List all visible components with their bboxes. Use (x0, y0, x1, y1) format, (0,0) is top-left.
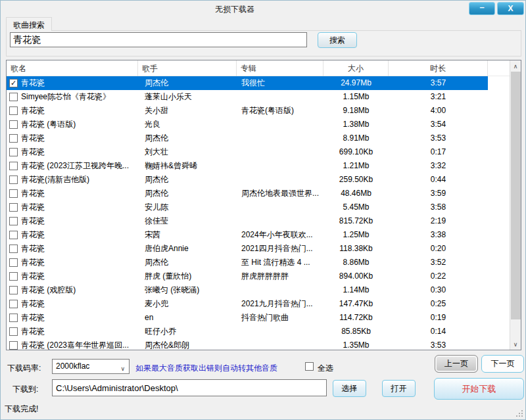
search-input[interactable] (10, 32, 307, 47)
duration: 0:44 (389, 173, 488, 187)
column-header-artist[interactable]: 歌手 (138, 60, 237, 76)
column-header-duration[interactable]: 时长 (389, 60, 488, 76)
table-row[interactable]: 青花瓷周杰伦我很忙24.97Mb3:57 (7, 76, 488, 90)
row-checkbox[interactable] (9, 162, 18, 170)
row-checkbox[interactable] (9, 272, 18, 281)
song-name: 青花瓷 (21, 311, 45, 325)
duration: 3:53 (389, 131, 488, 145)
song-name: 青花瓷 (21, 76, 45, 90)
bitrate-select[interactable]: 2000kflac ∨ (52, 359, 130, 374)
table-row[interactable]: 青花瓷刘大壮699.10Kb0:17 (7, 145, 488, 159)
duration: 3:58 (389, 200, 488, 214)
vertical-scrollbar[interactable]: ∧ ∨ (510, 60, 521, 350)
row-checkbox[interactable] (9, 300, 18, 308)
close-button[interactable]: X (497, 2, 524, 15)
file-size: 259.50Kb (323, 173, 389, 187)
song-name: 青花瓷 (21, 228, 45, 242)
duration: 3:53 (389, 338, 488, 350)
row-checkbox[interactable] (9, 189, 18, 198)
row-checkbox[interactable] (9, 93, 18, 101)
song-name: 青花瓷 (21, 145, 45, 159)
duration: 3:59 (389, 187, 488, 200)
column-header-song[interactable]: 歌名 (7, 60, 138, 76)
album (237, 159, 323, 173)
tab-song-search[interactable]: 歌曲搜索 (6, 17, 52, 31)
destination-input[interactable] (52, 379, 327, 396)
row-checkbox[interactable] (9, 258, 18, 267)
album (237, 173, 323, 187)
row-checkbox[interactable] (9, 231, 18, 239)
file-size: 48.46Mb (323, 187, 389, 200)
destination-label: 下载到: (12, 384, 38, 395)
song-name: 青花瓷 (21, 104, 45, 118)
duration: 3:52 (389, 256, 488, 269)
table-row[interactable]: 青花瓷周杰伦8.91Mb3:53 (7, 131, 488, 145)
table-row[interactable]: 青花瓷唐伯虎Annie2021四月抖音热门...118.38Kb0:20 (7, 242, 488, 256)
table-row[interactable]: 青花瓷en抖音热门歌曲114.72Kb0:19 (7, 311, 488, 325)
file-size: 5.45Mb (323, 200, 389, 214)
row-checkbox[interactable] (9, 79, 18, 87)
table-row[interactable]: 青花瓷旺仔小乔85.85Kb0:14 (7, 325, 488, 338)
row-checkbox[interactable] (9, 314, 18, 322)
table-body: 青花瓷周杰伦我很忙24.97Mb3:57Simyee陈芯怡《青花瓷》蓬莱山小乐天… (7, 76, 488, 350)
open-folder-button[interactable]: 打开 (382, 380, 416, 397)
column-header-spacer (488, 60, 510, 76)
table-row[interactable]: 青花瓷 (戏腔版)张曦匀 (张晓涵)1.14Mb0:30 (7, 283, 488, 297)
search-button[interactable]: 搜索 (318, 32, 357, 48)
row-checkbox[interactable] (9, 175, 18, 184)
table-row[interactable]: 青花瓷徐佳莹815.72Kb2:19 (7, 214, 488, 228)
table-row[interactable]: 青花瓷周杰伦周杰伦地表最强世界...48.46Mb3:59 (7, 187, 488, 200)
resize-grip[interactable] (521, 415, 523, 417)
choose-folder-button[interactable]: 选择 (333, 380, 366, 397)
table-row[interactable]: 青花瓷周杰伦至 Hit 流行精选 4 ...8.86Mb3:52 (7, 256, 488, 269)
artist: 周杰伦 (138, 173, 237, 187)
duration: 0:20 (389, 242, 488, 256)
scrollbar-thumb[interactable] (511, 72, 521, 319)
duration: 3:38 (389, 228, 488, 242)
scroll-up-icon[interactable]: ∧ (510, 60, 521, 72)
column-header-album[interactable]: 专辑 (237, 60, 323, 76)
quality-hint-text: 如果最大音质获取出错则自动转其他音质 (135, 363, 277, 374)
album (237, 118, 323, 131)
table-row[interactable]: 青花瓷 (2023江苏卫视跨年晚...鞠婧祎&曾舜晞1.21Mb3:32 (7, 159, 488, 173)
artist: 周杰伦 (138, 76, 237, 90)
row-checkbox[interactable] (9, 245, 18, 253)
table-row[interactable]: 青花瓷(清新吉他版)周杰伦259.50Kb0:44 (7, 173, 488, 187)
row-checkbox[interactable] (9, 134, 18, 143)
table-row[interactable]: 青花瓷 (2023嘉年华世界巡回...周杰伦&郎朗1.35Mb3:53 (7, 338, 488, 350)
row-checkbox[interactable] (9, 106, 18, 115)
album (237, 131, 323, 145)
file-size: 815.72Kb (323, 214, 389, 228)
file-size: 8.86Mb (323, 256, 389, 269)
row-checkbox[interactable] (9, 341, 18, 350)
song-name: 青花瓷 (21, 297, 45, 311)
table-row[interactable]: 青花瓷关小甜青花瓷(粤语版)9.18Mb4:00 (7, 104, 488, 118)
scroll-down-icon[interactable]: ∨ (510, 338, 521, 350)
row-checkbox[interactable] (9, 120, 18, 129)
table-row[interactable]: 青花瓷胖虎 (董欣怡)胖虎胖胖胖胖894.00Kb0:22 (7, 269, 488, 283)
minimize-button[interactable]: – (469, 2, 495, 15)
table-row[interactable]: 青花瓷麦小兜2021九月抖音热门...147.47Kb0:25 (7, 297, 488, 311)
row-checkbox[interactable] (9, 286, 18, 294)
file-size: 1.25Mb (323, 228, 389, 242)
start-download-button[interactable]: 开始下载 (434, 378, 524, 400)
album: 抖音热门歌曲 (237, 311, 323, 325)
column-header-size[interactable]: 大小 (323, 60, 389, 76)
file-size: 9.18Mb (323, 104, 389, 118)
next-page-button[interactable]: 下一页 (481, 355, 524, 373)
file-size: 118.38Kb (323, 242, 389, 256)
song-name: 青花瓷 (2023嘉年华世界巡回... (21, 338, 129, 350)
row-checkbox[interactable] (9, 327, 18, 336)
prev-page-button[interactable]: 上一页 (435, 355, 478, 373)
table-row[interactable]: 青花瓷 (粤语版)光良1.38Mb3:54 (7, 118, 488, 131)
table-row[interactable]: Simyee陈芯怡《青花瓷》蓬莱山小乐天1.15Mb3:21 (7, 90, 488, 104)
table-row[interactable]: 青花瓷宋茜2024年小年夜联欢...1.25Mb3:38 (7, 228, 488, 242)
file-size: 1.21Mb (323, 159, 389, 173)
row-checkbox[interactable] (9, 203, 18, 212)
select-all-checkbox[interactable] (305, 362, 314, 371)
file-size: 894.00Kb (323, 269, 389, 283)
artist: 光良 (138, 118, 237, 131)
row-checkbox[interactable] (9, 217, 18, 225)
row-checkbox[interactable] (9, 148, 18, 156)
table-row[interactable]: 青花瓷安儿陈5.45Mb3:58 (7, 200, 488, 214)
